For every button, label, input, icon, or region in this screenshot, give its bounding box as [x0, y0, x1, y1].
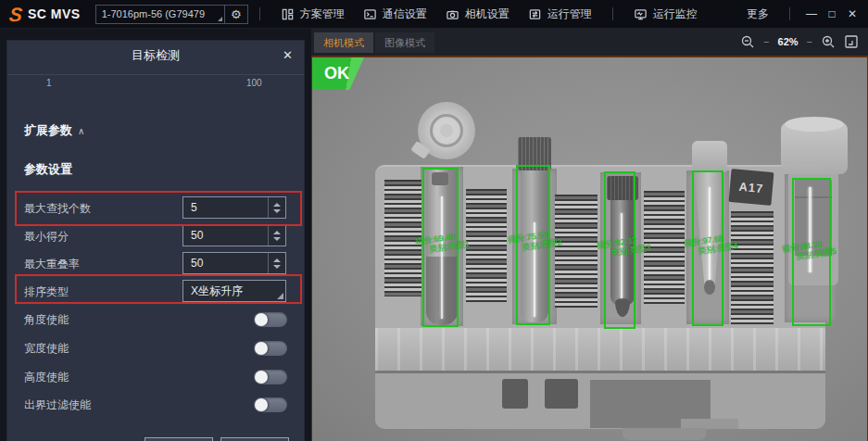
max-overlap-input[interactable]: 50 — [182, 252, 286, 274]
max-count-input[interactable]: 5 — [182, 196, 286, 219]
zoom-toolbar: − 62% − — [740, 34, 859, 49]
status-badge: OK — [312, 57, 364, 90]
toggle-knob — [255, 398, 268, 411]
minimize-button[interactable]: — — [801, 7, 822, 20]
more-menu-button[interactable]: 更多 — [737, 6, 778, 22]
slider-tick-max: 100 — [246, 78, 262, 88]
dropdown-value: X坐标升序 — [191, 281, 243, 301]
menu-item-label: 通信设置 — [383, 6, 427, 22]
param-row-max-count: 最大查找个数 5 — [7, 196, 304, 220]
image-viewer: 相机模式 图像模式 − 62% − — [311, 28, 868, 441]
collapse-caret-icon: ∧ — [78, 126, 84, 136]
cancel-button[interactable] — [220, 437, 289, 441]
spinner-arrows-icon[interactable] — [268, 197, 285, 218]
input-value: 50 — [191, 253, 203, 273]
toolbar-divider — [612, 7, 613, 20]
panel-title: 目标检测 — [7, 41, 304, 70]
section-label: 参数设置 — [24, 162, 72, 176]
gear-icon: ⚙ — [231, 7, 242, 21]
param-row-sort-type: 排序类型 X坐标升序 — [7, 280, 304, 304]
brand-name: SC MVS — [28, 6, 81, 21]
rack-rail — [375, 328, 825, 371]
zoom-separator: − — [763, 36, 769, 47]
panel-close-icon[interactable]: ✕ — [283, 48, 293, 62]
section-expand-params[interactable]: 扩展参数∧ — [24, 122, 84, 139]
monitor-icon — [634, 7, 648, 21]
device-settings-button[interactable]: ⚙ — [224, 5, 248, 24]
toggle-knob — [255, 371, 268, 384]
target-detection-panel: 目标检测 ✕ 1 100 扩展参数∧ 参数设置 最大查找个数 5 最小得分 50 — [7, 41, 304, 441]
camera-image-canvas[interactable]: A17 — [311, 56, 868, 441]
param-label: 最小得分 — [24, 224, 69, 248]
tube5-cap-top — [785, 117, 844, 132]
barcode-strip — [555, 195, 598, 308]
param-label: 角度使能 — [24, 308, 69, 332]
toggle-knob — [255, 342, 268, 355]
confirm-button[interactable] — [145, 437, 213, 441]
solution-icon — [281, 7, 295, 21]
barcode-strip — [466, 189, 507, 302]
barcode-strip — [731, 211, 774, 324]
rack-notch — [545, 379, 578, 409]
menu-item-communication-settings[interactable]: 通信设置 — [354, 6, 436, 22]
spinner-arrows-icon[interactable] — [268, 253, 285, 273]
menu-item-run-monitoring[interactable]: 运行监控 — [624, 6, 707, 22]
sort-type-dropdown[interactable]: X坐标升序 — [182, 280, 286, 302]
param-label: 高度使能 — [24, 365, 69, 389]
zoom-level: 62% — [778, 36, 799, 47]
section-param-settings: 参数设置 — [24, 161, 72, 178]
toggle-knob — [255, 313, 268, 326]
camera-icon — [446, 7, 459, 21]
angle-enable-toggle[interactable] — [254, 312, 287, 327]
param-label: 最大查找个数 — [24, 196, 91, 220]
device-selector-group: 1-7016pm-56 (G79479 ⚙ — [95, 5, 248, 24]
zoom-in-button[interactable] — [821, 34, 836, 49]
param-row-width-enable: 宽度使能 — [7, 336, 304, 360]
tab-image-mode[interactable]: 图像模式 — [375, 32, 434, 53]
min-score-input[interactable]: 50 — [182, 224, 286, 246]
zoom-separator: − — [807, 36, 812, 47]
maximize-button[interactable]: □ — [822, 7, 842, 20]
dropdown-corner-icon — [277, 293, 283, 299]
panel-divider — [7, 74, 304, 75]
input-value: 5 — [191, 197, 197, 218]
rack-notch — [502, 379, 528, 409]
top-bar: S SC MVS 1-7016pm-56 (G79479 ⚙ 方案管理 — [0, 0, 868, 29]
height-enable-toggle[interactable] — [254, 370, 287, 384]
menu-item-solution-management[interactable]: 方案管理 — [271, 6, 354, 22]
device-selector-dropdown[interactable]: 1-7016pm-56 (G79479 — [95, 5, 224, 24]
zoom-out-button[interactable] — [740, 34, 755, 49]
tube4-cap — [692, 141, 727, 172]
width-enable-toggle[interactable] — [254, 341, 287, 356]
spinner-arrows-icon[interactable] — [268, 225, 285, 246]
device-selector-value: 1-7016pm-56 (G79479 — [102, 8, 205, 19]
toolbar-divider — [789, 7, 790, 20]
app-logo: S SC MVS — [9, 5, 81, 24]
menu-item-label: 运行监控 — [653, 6, 698, 22]
param-row-min-score: 最小得分 50 — [7, 224, 304, 248]
menu-item-camera-settings[interactable]: 相机设置 — [436, 6, 519, 22]
outbound-filter-enable-toggle[interactable] — [254, 397, 287, 412]
run-management-icon — [528, 7, 542, 21]
terminal-icon — [363, 7, 377, 21]
menu-item-run-management[interactable]: 运行管理 — [519, 6, 601, 22]
param-row-outbound-filter-enable: 出界过滤使能 — [7, 393, 304, 417]
dropdown-corner-icon — [218, 17, 222, 21]
input-value: 50 — [191, 225, 203, 246]
tab-camera-mode[interactable]: 相机模式 — [314, 32, 373, 53]
close-window-button[interactable]: ✕ — [842, 7, 862, 20]
param-row-height-enable: 高度使能 — [7, 365, 304, 389]
menu-item-label: 方案管理 — [300, 6, 345, 22]
brand-logo-icon: S — [8, 5, 23, 24]
toolbar-divider — [259, 7, 260, 20]
param-label: 出界过滤使能 — [24, 393, 91, 417]
panel-header: 目标检测 ✕ — [7, 41, 304, 72]
fit-view-button[interactable] — [844, 34, 859, 49]
param-row-max-overlap: 最大重叠率 50 — [7, 252, 304, 276]
rack-din-tab — [623, 428, 706, 440]
param-label: 排序类型 — [24, 280, 69, 304]
tube1-cap-center — [440, 124, 453, 137]
menu-item-label: 相机设置 — [465, 6, 509, 22]
rack-position-label: A17 — [729, 169, 774, 206]
param-row-angle-enable: 角度使能 — [7, 308, 304, 332]
